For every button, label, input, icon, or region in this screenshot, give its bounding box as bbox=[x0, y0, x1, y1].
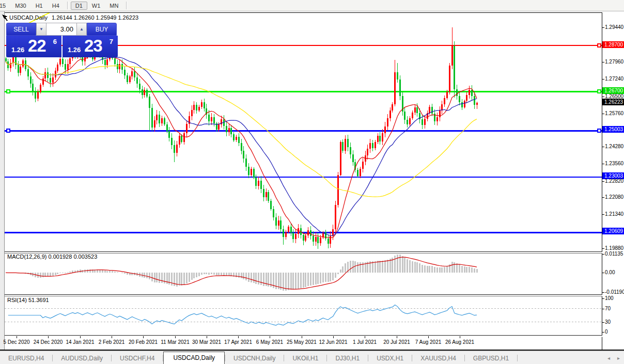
axis-tick-mark bbox=[602, 181, 604, 182]
date-tick-mark bbox=[175, 336, 176, 338]
chart-symbol-label: USDCAD,Daily bbox=[9, 14, 48, 21]
price-level-badge: 1.25003 bbox=[602, 126, 624, 133]
chart-tab-gbpusd[interactable]: GBPUSD,H1 bbox=[465, 353, 517, 364]
chart-tab-audusd[interactable]: AUDUSD,Daily bbox=[53, 353, 111, 364]
axis-tick-mark bbox=[602, 97, 604, 97]
tf-button-mn[interactable]: MN bbox=[105, 2, 123, 10]
date-tick-mark bbox=[428, 336, 429, 338]
date-axis-label: 14 Jan 2021 bbox=[66, 339, 94, 345]
buy-price-figure: 1.26 bbox=[68, 46, 81, 54]
rsi-indicator-panel[interactable] bbox=[5, 295, 602, 336]
macd-splitter[interactable] bbox=[5, 251, 624, 254]
date-tick-mark bbox=[460, 336, 460, 338]
tab-scroll-left-icon[interactable]: ◂ bbox=[607, 355, 610, 361]
tf-button-w1[interactable]: W1 bbox=[87, 2, 105, 10]
sell-price-pips: 22 bbox=[28, 36, 46, 56]
date-axis-label: 7 Aug 2021 bbox=[415, 339, 442, 345]
date-axis-label: 6 May 2021 bbox=[256, 339, 283, 345]
axis-tick-mark bbox=[602, 322, 604, 323]
price-axis-label: 0.00 bbox=[605, 270, 615, 276]
axis-tick-mark bbox=[602, 309, 604, 309]
tf-button-h4[interactable]: H4 bbox=[48, 2, 64, 10]
price-level-badge: 1.28700 bbox=[602, 41, 624, 48]
axis-tick-mark bbox=[602, 27, 604, 28]
mt4-terminal: 15 M30 H1 H4 D1 W1 MN USDCAD,Daily 1.261… bbox=[0, 0, 624, 364]
axis-tick-mark bbox=[602, 248, 604, 249]
buy-button[interactable]: BUY bbox=[87, 23, 117, 36]
date-axis-label: 20 Jul 2021 bbox=[383, 339, 410, 345]
date-tick-mark bbox=[17, 336, 17, 338]
chart-tab-dj30[interactable]: DJ30,H1 bbox=[327, 353, 368, 364]
chart-tab-usdx[interactable]: USDX,H1 bbox=[368, 353, 412, 364]
date-axis-label: 30 Mar 2021 bbox=[192, 339, 221, 345]
tf-button-h1[interactable]: H1 bbox=[31, 2, 48, 10]
chart-tab-bar: EURUSD,H4AUDUSD,DailyUSDCHF,H4USDCAD,Dai… bbox=[0, 351, 624, 364]
price-axis-label: 1.25760 bbox=[605, 110, 623, 117]
sell-price-figure: 1.26 bbox=[11, 46, 24, 54]
date-tick-mark bbox=[112, 336, 112, 338]
axis-tick-mark bbox=[602, 298, 604, 299]
axis-tick-mark bbox=[602, 254, 604, 255]
price-axis-label: 0 bbox=[605, 329, 608, 335]
axis-tick-mark bbox=[602, 164, 604, 164]
cursor-arrow-icon bbox=[2, 14, 9, 22]
sell-price-display[interactable]: 1.26 22 6 bbox=[6, 36, 61, 57]
chart-area bbox=[5, 12, 602, 336]
date-tick-mark bbox=[143, 336, 144, 338]
rsi-splitter[interactable] bbox=[5, 294, 624, 296]
price-axis-label: 0.01135 bbox=[605, 251, 623, 257]
tf-button-m15[interactable]: 15 bbox=[0, 2, 10, 10]
timeframe-toolbar: 15 M30 H1 H4 D1 W1 MN bbox=[0, 0, 624, 11]
price-axis-label: 1.27960 bbox=[605, 59, 623, 65]
sell-button[interactable]: SELL bbox=[6, 23, 36, 36]
window-left-border bbox=[0, 11, 5, 350]
price-axis-label: 1.22820 bbox=[605, 178, 623, 184]
tf-button-m30[interactable]: M30 bbox=[10, 2, 30, 10]
axis-tick-mark bbox=[602, 332, 604, 333]
macd-label: MACD(12,26,9) 0.001928 0.003523 bbox=[7, 254, 97, 260]
price-axis-label: -0.01190 bbox=[605, 289, 624, 295]
chart-tab-usdcnh[interactable]: USDCNH,Daily bbox=[225, 353, 284, 364]
chart-tab-eurusd[interactable]: EURUSD,H4 bbox=[0, 353, 52, 364]
chart-tab-ukoil[interactable]: UKOil,H1 bbox=[284, 353, 326, 364]
rsi-label: RSI(14) 51.3691 bbox=[7, 297, 49, 303]
chart-tab-usdcad[interactable]: USDCAD,Daily bbox=[163, 352, 225, 364]
date-axis-label: 24 Dec 2020 bbox=[34, 339, 63, 345]
volume-increase-button[interactable]: ▲ bbox=[76, 23, 87, 36]
price-axis-label: 1.29440 bbox=[605, 24, 623, 30]
chart-tab-xauusd[interactable]: XAUUSD,H4 bbox=[412, 353, 464, 364]
date-tick-mark bbox=[365, 336, 365, 338]
tab-scroll-right-icon[interactable]: ▸ bbox=[617, 355, 620, 361]
date-tick-mark bbox=[48, 336, 49, 338]
volume-input[interactable] bbox=[46, 23, 76, 36]
date-axis-label: 2 Feb 2021 bbox=[99, 339, 125, 345]
toolbar-separator bbox=[67, 2, 68, 9]
sell-price-point: 6 bbox=[53, 38, 57, 45]
volume-decrease-button[interactable]: ▼ bbox=[36, 23, 46, 36]
tf-button-d1[interactable]: D1 bbox=[71, 2, 87, 10]
toolbar-separator bbox=[126, 2, 127, 9]
axis-tick-mark bbox=[602, 114, 604, 114]
price-axis-label: 1.23560 bbox=[605, 161, 623, 167]
buy-price-pips: 23 bbox=[84, 36, 102, 56]
price-level-badge: 1.20609 bbox=[602, 228, 624, 234]
chart-ohlc-quote: 1.26144 1.26260 1.25949 1.26223 bbox=[52, 14, 138, 21]
date-axis[interactable]: 5 Dec 202024 Dec 202014 Jan 20212 Feb 20… bbox=[5, 336, 602, 350]
tab-separator bbox=[517, 355, 518, 361]
date-tick-mark bbox=[270, 336, 270, 338]
date-tick-mark bbox=[302, 336, 302, 338]
price-axis-label: 100 bbox=[605, 295, 614, 302]
chart-tab-usdchf[interactable]: USDCHF,H4 bbox=[112, 353, 163, 364]
date-axis-label: 26 Aug 2021 bbox=[445, 339, 474, 345]
buy-price-point: 7 bbox=[110, 38, 113, 45]
price-axis-label: 30 bbox=[605, 319, 611, 325]
price-axis[interactable]: 1.294401.287001.279601.272401.267001.265… bbox=[602, 12, 624, 350]
date-tick-mark bbox=[333, 336, 334, 338]
date-axis-label: 20 Feb 2021 bbox=[129, 339, 158, 345]
one-click-trading-panel: SELL ▼ ▲ BUY 1.26 22 6 1.26 23 7 bbox=[6, 23, 118, 57]
axis-tick-mark bbox=[602, 214, 604, 215]
date-axis-label: 12 Jun 2021 bbox=[319, 339, 347, 345]
price-axis-label: 1.24280 bbox=[605, 144, 623, 150]
date-axis-label: 1 Jul 2021 bbox=[353, 339, 377, 345]
buy-price-display[interactable]: 1.26 23 7 bbox=[63, 36, 118, 57]
